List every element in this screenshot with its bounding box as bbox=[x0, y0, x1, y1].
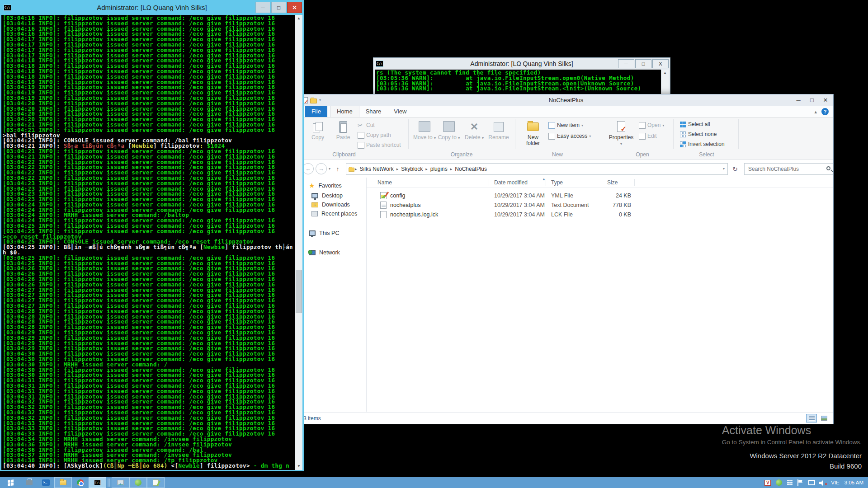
invert-selection-button[interactable]: Invert selection bbox=[679, 140, 725, 148]
taskbar-item-powershell[interactable]: >_ bbox=[38, 477, 54, 488]
taskbar-item-performance-monitor[interactable] bbox=[112, 477, 129, 488]
clock[interactable]: 3:05 AM bbox=[844, 480, 863, 485]
select-all-button[interactable]: Select all bbox=[679, 120, 710, 128]
details-view-button[interactable] bbox=[806, 414, 817, 422]
new-item-button[interactable]: New item▾ bbox=[548, 121, 583, 129]
search-box[interactable] bbox=[744, 163, 833, 175]
sidebar-item-this-pc[interactable]: This PC bbox=[309, 229, 339, 238]
properties-icon bbox=[614, 120, 628, 134]
help-icon[interactable]: ? bbox=[821, 108, 829, 115]
maximize-button[interactable]: □ bbox=[635, 59, 651, 68]
column-header-name[interactable]: Name bbox=[377, 179, 392, 186]
paste-shortcut-button[interactable]: Paste shortcut bbox=[358, 141, 401, 149]
powershell-icon: >_ bbox=[42, 479, 50, 486]
items-count: 3 items bbox=[303, 415, 321, 422]
close-button[interactable]: ✕ bbox=[287, 2, 302, 13]
volume-muted-icon[interactable]: × bbox=[819, 480, 826, 486]
tray-green-app-icon[interactable] bbox=[776, 479, 782, 486]
console-log-line: [03:04:40 INFO]: [ASkyBlock](Cß║Ñp ─Éß║ú… bbox=[3, 463, 295, 469]
yml-file-icon bbox=[380, 192, 387, 199]
tab-file[interactable]: File bbox=[305, 106, 327, 117]
scroll-down-icon[interactable]: ▼ bbox=[295, 463, 302, 470]
refresh-button[interactable]: ↻ bbox=[730, 164, 741, 174]
up-button[interactable]: ↑ bbox=[332, 164, 343, 174]
cmd-icon: C:\. bbox=[94, 480, 101, 485]
breadcrumb[interactable]: ▸ Silks NetWork▸ Skyblock▸ plugins▸ NoCh… bbox=[346, 163, 728, 175]
minimize-button[interactable]: ─ bbox=[255, 2, 270, 13]
select-none-button[interactable]: Select none bbox=[679, 130, 717, 138]
sidebar-item-recent-places[interactable]: Recent places bbox=[311, 209, 357, 218]
taskbar-item-notepad[interactable] bbox=[147, 477, 165, 488]
taskbar-item-server-manager[interactable] bbox=[21, 477, 38, 488]
properties-button[interactable]: Properties ▾ bbox=[607, 120, 635, 147]
server-console-scrollbar[interactable]: ▲ ▼ bbox=[295, 15, 302, 470]
explorer-titlebar[interactable]: ▾ NoCheatPlus ─ □ ✕ bbox=[299, 94, 833, 106]
copy-path-button[interactable]: Copy path bbox=[358, 131, 391, 139]
tab-view[interactable]: View bbox=[387, 106, 413, 117]
breadcrumb-item[interactable]: Silks NetWork bbox=[357, 166, 396, 172]
edit-button[interactable]: Edit bbox=[639, 132, 657, 140]
minimize-ribbon-icon[interactable]: ▴ bbox=[814, 109, 817, 115]
taskbar-item-green-app[interactable] bbox=[129, 477, 147, 488]
taskbar-item-command-prompt[interactable]: C:\. bbox=[89, 477, 106, 488]
file-row-config[interactable]: config 10/29/2017 3:04 AM YML File 24 KB bbox=[367, 191, 833, 201]
language-indicator[interactable]: VIE bbox=[831, 480, 840, 485]
address-dropdown-icon[interactable]: ▾ bbox=[723, 167, 725, 171]
column-header-type[interactable]: Type bbox=[551, 179, 563, 186]
paste-button[interactable]: Paste bbox=[331, 120, 355, 141]
background-console-titlebar[interactable]: C:\ Administrator: [LΩ Quang Vinh Silks]… bbox=[373, 58, 670, 70]
forward-button[interactable]: → bbox=[316, 163, 327, 174]
scroll-up-icon[interactable]: ▲ bbox=[295, 15, 302, 22]
maximize-button[interactable]: □ bbox=[805, 94, 819, 105]
minimize-button[interactable]: ─ bbox=[792, 94, 805, 105]
server-console-window[interactable]: C:\ Administrator: [LΩ Quang Vinh Silks]… bbox=[0, 0, 304, 471]
copy-button[interactable]: Copy bbox=[306, 120, 330, 141]
search-icon[interactable] bbox=[826, 166, 830, 170]
breadcrumb-item[interactable]: Skyblock bbox=[398, 166, 425, 172]
search-input[interactable] bbox=[745, 164, 833, 174]
tab-home[interactable]: Home bbox=[330, 106, 359, 117]
tray-network-icon[interactable] bbox=[808, 480, 814, 485]
action-center-flag-icon[interactable] bbox=[797, 479, 803, 486]
minimize-button[interactable]: ─ bbox=[618, 59, 634, 68]
cut-button[interactable]: Cut bbox=[358, 121, 375, 129]
explorer-window[interactable]: ▾ NoCheatPlus ─ □ ✕ File Home Share View… bbox=[298, 94, 834, 424]
open-button[interactable]: Open▾ bbox=[639, 121, 664, 129]
sidebar-item-favorites[interactable]: ★Favorites bbox=[309, 181, 342, 190]
breadcrumb-item[interactable]: NoCheatPlus bbox=[452, 166, 490, 172]
sidebar-item-downloads[interactable]: Downloads bbox=[311, 200, 350, 209]
scroll-up-icon[interactable]: ▲ bbox=[661, 70, 669, 77]
taskbar-item-file-explorer[interactable] bbox=[54, 477, 72, 488]
tray-v-app-icon[interactable]: V bbox=[764, 480, 771, 486]
sidebar-item-desktop[interactable]: Desktop bbox=[311, 191, 343, 200]
copy-path-icon bbox=[358, 132, 364, 139]
back-button[interactable]: ← bbox=[302, 163, 314, 174]
new-folder-button[interactable]: Newfolder bbox=[521, 120, 545, 146]
server-console-output: [03:04:16 INFO]: filippzotov issued serv… bbox=[1, 15, 295, 470]
rename-button[interactable]: Rename bbox=[487, 120, 510, 141]
copy-to-button[interactable]: Copy to ▾ bbox=[437, 120, 461, 141]
close-button[interactable]: ✕ bbox=[819, 94, 832, 105]
column-header-size[interactable]: Size bbox=[607, 179, 618, 186]
taskbar-item-chrome[interactable] bbox=[72, 477, 89, 488]
sidebar-item-network[interactable]: Network bbox=[309, 248, 340, 257]
breadcrumb-item[interactable]: plugins bbox=[428, 166, 450, 172]
start-button[interactable] bbox=[0, 477, 21, 488]
ribbon-divider bbox=[515, 119, 515, 149]
server-console-titlebar[interactable]: C:\ Administrator: [LΩ Quang Vinh Silks]… bbox=[0, 0, 304, 15]
delete-button[interactable]: ✕ Delete ▾ bbox=[462, 120, 486, 141]
scrollbar-thumb[interactable] bbox=[296, 270, 302, 313]
close-button[interactable]: X bbox=[652, 59, 669, 68]
easy-access-button[interactable]: Easy access▾ bbox=[548, 132, 591, 140]
thumbnails-view-button[interactable] bbox=[819, 414, 830, 422]
address-bar: ← → ▾ ↑ ▸ Silks NetWork▸ Skyblock▸ plugi… bbox=[299, 160, 833, 178]
maximize-button[interactable]: □ bbox=[271, 2, 286, 13]
column-header-modified[interactable]: Date modified bbox=[494, 179, 528, 186]
move-to-button[interactable]: Move to ▾ bbox=[413, 120, 436, 141]
tab-share[interactable]: Share bbox=[359, 106, 388, 117]
recent-locations-icon[interactable]: ▾ bbox=[329, 167, 330, 171]
file-row-nocheatplus-log-lck[interactable]: nocheatplus.log.lck 10/29/2017 3:04 AM L… bbox=[367, 210, 833, 220]
new-group-label: New bbox=[521, 151, 594, 158]
file-row-nocheatplus[interactable]: nocheatplus 10/29/2017 3:04 AM Text Docu… bbox=[367, 201, 833, 210]
tray-grid-icon[interactable] bbox=[787, 480, 793, 485]
